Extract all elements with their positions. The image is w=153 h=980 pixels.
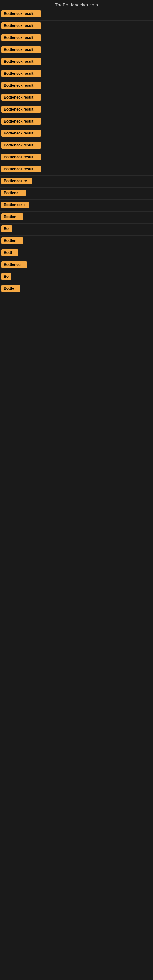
bottleneck-result-badge[interactable]: Bo (1, 225, 12, 232)
bottleneck-result-badge[interactable]: Bottleneck result (1, 46, 41, 53)
list-item: Bottl (0, 247, 153, 259)
bottleneck-result-badge[interactable]: Bottl (1, 249, 18, 256)
bottleneck-result-badge[interactable]: Bottleneck result (1, 166, 41, 172)
bottleneck-result-badge[interactable]: Bottleneck e (1, 202, 29, 208)
bottleneck-result-badge[interactable]: Bottleneck result (1, 34, 41, 41)
list-item: Bottleneck result (0, 32, 153, 45)
list-item: Bo (0, 271, 153, 283)
list-item: Bottleneck result (0, 128, 153, 140)
site-title: TheBottlenecker.com (0, 0, 153, 9)
list-item: Bottleneck result (0, 152, 153, 164)
bottleneck-result-badge[interactable]: Bottleneck result (1, 142, 41, 148)
list-item: Bottleneck result (0, 164, 153, 176)
bottleneck-result-badge[interactable]: Bottlen (1, 237, 23, 244)
bottleneck-result-badge[interactable]: Bottleneck result (1, 118, 41, 125)
list-item: Bottlen (0, 212, 153, 224)
list-item: Bottlene (0, 188, 153, 200)
list-item: Bottlen (0, 235, 153, 247)
bottleneck-result-badge[interactable]: Bottlen (1, 213, 23, 220)
bottleneck-result-badge[interactable]: Bo (1, 273, 11, 280)
bottleneck-result-badge[interactable]: Bottleneck result (1, 58, 41, 65)
bottleneck-result-badge[interactable]: Bottleneck result (1, 130, 41, 137)
list-item: Bottleneck result (0, 9, 153, 21)
list-item: Bottleneck result (0, 104, 153, 116)
list-item: Bottleneck re (0, 176, 153, 188)
list-item: Bottlenec (0, 259, 153, 271)
bottleneck-result-badge[interactable]: Bottleneck result (1, 94, 41, 101)
list-item: Bottle (0, 283, 153, 295)
list-item: Bottleneck result (0, 92, 153, 104)
bottleneck-result-badge[interactable]: Bottleneck result (1, 154, 41, 161)
list-item: Bottleneck result (0, 116, 153, 128)
bottleneck-result-badge[interactable]: Bottlene (1, 189, 26, 196)
list-item: Bottleneck result (0, 68, 153, 80)
bottleneck-result-badge[interactable]: Bottle (1, 285, 20, 292)
list-item: Bottleneck e (0, 200, 153, 212)
bottleneck-result-badge[interactable]: Bottleneck result (1, 70, 41, 77)
list-item: Bottleneck result (0, 45, 153, 56)
list-item: Bottleneck result (0, 140, 153, 152)
bottleneck-result-badge[interactable]: Bottlenec (1, 261, 27, 268)
bottleneck-result-badge[interactable]: Bottleneck result (1, 82, 41, 89)
bottleneck-result-badge[interactable]: Bottleneck result (1, 22, 41, 29)
bottleneck-result-badge[interactable]: Bottleneck result (1, 106, 41, 113)
list-item: Bottleneck result (0, 21, 153, 32)
list-item: Bottleneck result (0, 56, 153, 68)
bottleneck-result-badge[interactable]: Bottleneck result (1, 10, 41, 17)
list-item: Bo (0, 224, 153, 235)
bottleneck-result-badge[interactable]: Bottleneck re (1, 178, 32, 185)
list-item: Bottleneck result (0, 80, 153, 92)
